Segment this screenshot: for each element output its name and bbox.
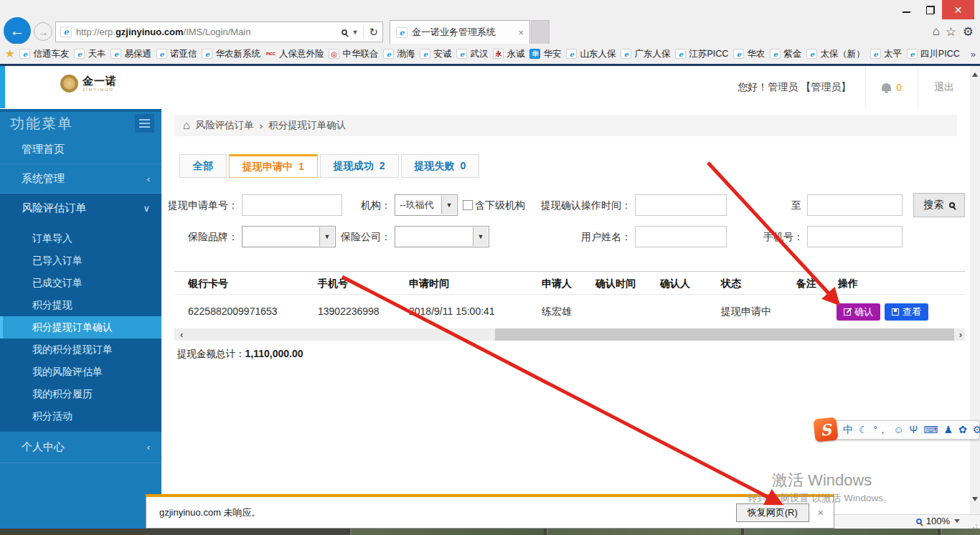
- sidebar-subitem-my-withdraw-orders[interactable]: 我的积分提现订单: [0, 338, 161, 361]
- sidebar-item-system-management[interactable]: 系统管理 ‹: [0, 164, 161, 194]
- notifications-button[interactable]: 0: [882, 82, 902, 93]
- sogou-logo-icon[interactable]: S: [813, 417, 838, 442]
- ie-page-icon: e: [74, 49, 85, 59]
- favorites-icon[interactable]: ☆: [946, 24, 956, 39]
- scroll-up-icon[interactable]: [972, 72, 978, 77]
- favorite-bookmark[interactable]: e安诚: [420, 48, 451, 60]
- favorite-bookmark[interactable]: e武汉: [456, 48, 488, 60]
- horizontal-scrollbar[interactable]: ‹ ›: [174, 328, 965, 341]
- sidebar-item-admin-home[interactable]: 管理首页: [0, 135, 161, 164]
- refresh-icon[interactable]: ↻: [369, 26, 378, 39]
- sidebar-subitem-my-risk-assessments[interactable]: 我的风险评估单: [0, 361, 161, 383]
- favorite-bookmark[interactable]: e信通车友: [19, 48, 69, 60]
- taskbar-thumbnail[interactable]: [744, 529, 938, 535]
- recover-webpage-button[interactable]: 恢复网页(R): [736, 503, 809, 522]
- home-icon[interactable]: ⌂: [183, 119, 190, 132]
- logout-button[interactable]: 退出: [934, 81, 954, 94]
- chevron-down-icon[interactable]: ▼: [352, 29, 359, 36]
- include-sub-org-checkbox[interactable]: [463, 200, 473, 210]
- favorite-bookmark[interactable]: 永永诚: [493, 48, 524, 60]
- vertical-scrollbar[interactable]: [970, 66, 980, 514]
- favorite-bookmark[interactable]: e紫金: [770, 48, 801, 60]
- favorite-bookmark[interactable]: e四川PICC: [907, 48, 960, 60]
- punctuation-icon[interactable]: °，: [874, 420, 888, 440]
- account-icon[interactable]: ♟: [943, 420, 953, 440]
- favorite-bookmark[interactable]: e太保（新）: [806, 48, 865, 60]
- window-minimize-button[interactable]: [895, 0, 917, 19]
- taskbar-thumbnail[interactable]: [350, 529, 544, 535]
- tab-all[interactable]: 全部: [179, 154, 227, 178]
- forward-button[interactable]: →: [34, 22, 52, 41]
- ime-toolbar[interactable]: S 中 ☾ °， ☺ Ψ ⌨ ♟ ✿ ⚙: [816, 420, 980, 440]
- back-button[interactable]: ←: [4, 17, 31, 44]
- favorite-bookmark[interactable]: 华华安: [529, 48, 561, 60]
- sidebar-subitem-points-withdraw[interactable]: 积分提现: [0, 294, 161, 316]
- settings-gear-icon[interactable]: ⚙: [963, 24, 974, 39]
- phone-input[interactable]: [807, 226, 903, 247]
- new-tab-button[interactable]: [531, 20, 550, 44]
- breadcrumb-level1[interactable]: 风险评估订单: [196, 119, 254, 132]
- sidebar-subitem-imported-orders[interactable]: 已导入订单: [0, 250, 161, 272]
- favorite-bookmark[interactable]: e易保通: [110, 48, 151, 60]
- home-icon[interactable]: ⌂: [933, 24, 940, 39]
- add-favorite-icon[interactable]: ★: [5, 47, 14, 60]
- sidebar-item-personal-center[interactable]: 个人中心 ‹: [0, 432, 161, 463]
- skin-icon[interactable]: ✿: [958, 420, 967, 440]
- favorite-bookmark[interactable]: e诺亚信: [156, 48, 197, 60]
- search-icon[interactable]: [341, 29, 347, 35]
- sidebar-subitem-withdraw-confirm[interactable]: 积分提现订单确认: [0, 316, 161, 338]
- confirm-time-to-input[interactable]: [807, 194, 903, 216]
- emoji-icon[interactable]: ☺: [893, 420, 903, 440]
- withdraw-no-input[interactable]: [242, 194, 342, 216]
- tab-withdraw-failed[interactable]: 提现失败0: [401, 154, 480, 178]
- favorite-bookmark[interactable]: e渤海: [383, 48, 415, 60]
- chinese-mode-icon[interactable]: 中: [843, 420, 853, 440]
- app-logo[interactable]: 金一诺 JINYINUO: [60, 75, 117, 93]
- resize-grip[interactable]: [976, 524, 977, 526]
- company-select[interactable]: ▼: [395, 226, 489, 247]
- tab-close-icon[interactable]: ×: [518, 27, 524, 38]
- scroll-left-icon[interactable]: ‹: [180, 328, 183, 341]
- half-full-width-icon[interactable]: ☾: [859, 420, 868, 440]
- favorite-label: 太保（新）: [820, 48, 865, 60]
- favorite-bookmark[interactable]: e太平: [870, 48, 902, 60]
- scroll-right-icon[interactable]: ›: [959, 328, 962, 341]
- voice-input-icon[interactable]: Ψ: [909, 420, 918, 440]
- favorite-bookmark[interactable]: e山东人保: [566, 48, 616, 60]
- menu-toggle-button[interactable]: [135, 114, 154, 133]
- address-url[interactable]: http://erp.gzjinyinuo.com/IMS/Login/Main: [76, 27, 250, 37]
- taskbar-thumbnail[interactable]: [547, 529, 741, 535]
- favorites-overflow-icon[interactable]: »: [971, 49, 976, 60]
- close-icon[interactable]: ×: [818, 507, 824, 519]
- view-button[interactable]: 查看: [885, 303, 928, 321]
- sidebar-subitem-order-import[interactable]: 订单导入: [0, 227, 161, 250]
- zoom-control[interactable]: 100%: [916, 516, 960, 526]
- tab-withdraw-success[interactable]: 提现成功2: [320, 154, 399, 178]
- favorite-bookmark[interactable]: e华农: [733, 48, 765, 60]
- favorite-bookmark[interactable]: e天丰: [74, 48, 105, 60]
- address-bar[interactable]: e http://erp.gzjinyinuo.com/IMS/Login/Ma…: [55, 22, 383, 42]
- sidebar-subitem-my-points-history[interactable]: 我的积分履历: [0, 383, 161, 405]
- org-select[interactable]: --玖福代 ▼: [395, 194, 458, 216]
- favorite-bookmark[interactable]: e广东人保: [621, 48, 670, 60]
- brand-select[interactable]: ▼: [242, 226, 336, 247]
- favorite-bookmark[interactable]: PICC人保意外险: [265, 48, 324, 60]
- window-close-button[interactable]: ✕: [942, 0, 974, 19]
- favorite-bookmark[interactable]: e江苏PICC: [675, 48, 728, 60]
- soft-keyboard-icon[interactable]: ⌨: [923, 420, 938, 440]
- favorite-bookmark[interactable]: ◎中华联合: [329, 48, 378, 60]
- browser-tab[interactable]: e 金一诺业务管理系统 ×: [390, 20, 530, 44]
- toolbox-icon[interactable]: ⚙: [973, 420, 980, 440]
- confirm-button[interactable]: 确认: [837, 303, 880, 321]
- scrollbar-thumb[interactable]: [495, 328, 954, 341]
- sidebar-subitem-closed-orders[interactable]: 已成交订单: [0, 272, 161, 294]
- favorite-bookmark[interactable]: e华农新系统: [202, 48, 260, 60]
- scroll-down-icon[interactable]: [972, 497, 978, 501]
- confirm-time-from-input[interactable]: [635, 194, 727, 216]
- sidebar-item-risk-assessment-orders[interactable]: 风险评估订单 ∨: [0, 194, 161, 223]
- window-restore-button[interactable]: [920, 0, 941, 19]
- search-button[interactable]: 搜索: [913, 193, 965, 217]
- taskbar-thumbnail[interactable]: [941, 529, 980, 535]
- sidebar-subitem-points-activity[interactable]: 积分活动: [0, 405, 161, 427]
- tab-withdraw-pending[interactable]: 提现申请中1: [229, 154, 318, 178]
